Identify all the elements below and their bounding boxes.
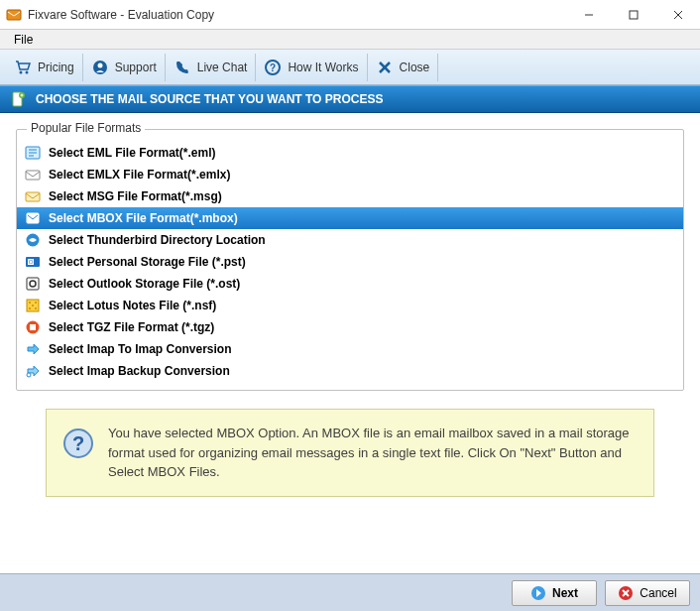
window-buttons <box>566 0 700 30</box>
format-label: Select Personal Storage File (*.pst) <box>49 255 246 269</box>
format-item-imap-backup[interactable]: Select Imap Backup Conversion <box>17 360 683 382</box>
msg-icon <box>25 188 41 204</box>
document-plus-icon <box>10 91 26 107</box>
svg-rect-21 <box>26 171 40 180</box>
banner: CHOOSE THE MAIL SOURCE THAT YOU WANT TO … <box>0 85 700 113</box>
format-item-mbox[interactable]: Select MBOX File Format(*.mbox) <box>17 207 683 229</box>
svg-text:?: ? <box>270 62 276 73</box>
svg-point-34 <box>35 307 37 309</box>
svg-rect-23 <box>27 213 39 223</box>
format-label: Select Imap Backup Conversion <box>49 364 230 378</box>
format-item-emlx[interactable]: Select EMLX File Format(*.emlx) <box>17 164 683 185</box>
imap-icon <box>25 341 41 357</box>
svg-rect-28 <box>27 278 39 290</box>
svg-point-32 <box>35 302 37 304</box>
close-label: Close <box>400 61 430 74</box>
pricing-label: Pricing <box>38 61 74 74</box>
info-question-icon: ? <box>62 428 94 459</box>
app-icon <box>6 7 22 23</box>
format-label: Select MBOX File Format(*.mbox) <box>49 211 238 225</box>
format-label: Select TGZ File Format (*.tgz) <box>49 320 214 334</box>
svg-point-33 <box>29 307 31 309</box>
format-label: Select Outlook Storage File (*.ost) <box>49 277 240 291</box>
pricing-button[interactable]: Pricing <box>6 54 83 81</box>
next-button[interactable]: Next <box>512 580 597 606</box>
format-item-imap[interactable]: Select Imap To Imap Conversion <box>17 338 683 360</box>
format-item-thunderbird[interactable]: Select Thunderbird Directory Location <box>17 229 683 251</box>
menu-file[interactable]: File <box>6 31 41 49</box>
pst-icon: O <box>25 254 41 270</box>
info-text: You have selected MBOX Option. An MBOX f… <box>108 424 638 482</box>
phone-icon <box>174 59 191 76</box>
toolbar: Pricing Support Live Chat ? How It Works… <box>0 50 700 85</box>
close-button[interactable]: Close <box>368 54 439 81</box>
support-button[interactable]: Support <box>83 54 166 81</box>
window-title: Fixvare Software - Evaluation Copy <box>28 8 214 22</box>
svg-text:?: ? <box>72 432 84 454</box>
support-label: Support <box>115 61 157 74</box>
format-item-nsf[interactable]: Select Lotus Notes File (*.nsf) <box>17 295 683 316</box>
eml-icon <box>25 145 41 161</box>
howitworks-button[interactable]: ? How It Works <box>256 54 367 81</box>
svg-rect-22 <box>26 192 40 201</box>
livechat-label: Live Chat <box>197 61 248 74</box>
cancel-x-icon <box>618 585 634 601</box>
svg-point-8 <box>97 62 102 67</box>
banner-text: CHOOSE THE MAIL SOURCE THAT YOU WANT TO … <box>36 92 383 106</box>
close-window-button[interactable] <box>655 0 700 30</box>
format-label: Select Lotus Notes File (*.nsf) <box>49 299 216 312</box>
content-area: Popular File Formats Select EML File For… <box>0 113 700 509</box>
svg-rect-37 <box>30 324 36 330</box>
titlebar: Fixvare Software - Evaluation Copy <box>0 0 700 30</box>
group-legend: Popular File Formats <box>27 121 145 135</box>
cancel-button[interactable]: Cancel <box>605 580 690 606</box>
livechat-button[interactable]: Live Chat <box>166 54 257 81</box>
question-icon: ? <box>264 59 282 76</box>
info-panel: ? You have selected MBOX Option. An MBOX… <box>46 409 654 497</box>
format-label: Select EML File Format(*.eml) <box>49 146 216 160</box>
next-label: Next <box>552 586 578 600</box>
format-item-eml[interactable]: Select EML File Format(*.eml) <box>17 142 683 164</box>
format-item-ost[interactable]: Select Outlook Storage File (*.ost) <box>17 273 683 295</box>
imap-backup-icon <box>25 363 41 379</box>
menubar: File <box>0 30 700 50</box>
format-item-pst[interactable]: O Select Personal Storage File (*.pst) <box>17 251 683 273</box>
cancel-label: Cancel <box>640 586 676 600</box>
svg-text:O: O <box>29 259 34 265</box>
maximize-button[interactable] <box>611 0 655 30</box>
mbox-icon <box>25 210 41 226</box>
tgz-icon <box>25 319 41 335</box>
svg-point-6 <box>26 70 29 73</box>
format-item-tgz[interactable]: Select TGZ File Format (*.tgz) <box>17 316 683 338</box>
format-label: Select EMLX File Format(*.emlx) <box>49 168 230 182</box>
format-label: Select Imap To Imap Conversion <box>49 342 232 356</box>
svg-rect-0 <box>7 10 21 20</box>
format-label: Select MSG File Format(*.msg) <box>49 189 222 203</box>
minimize-button[interactable] <box>566 0 611 30</box>
thunderbird-icon <box>25 232 41 248</box>
close-icon <box>376 59 394 76</box>
svg-point-38 <box>27 373 31 377</box>
svg-point-31 <box>29 302 31 304</box>
formats-groupbox: Popular File Formats Select EML File For… <box>16 129 684 391</box>
support-icon <box>91 59 109 76</box>
format-item-msg[interactable]: Select MSG File Format(*.msg) <box>17 185 683 207</box>
svg-point-35 <box>32 305 34 306</box>
svg-point-5 <box>20 70 23 73</box>
ost-icon <box>25 276 41 292</box>
cart-icon <box>14 59 32 76</box>
howitworks-label: How It Works <box>288 61 358 74</box>
nsf-icon <box>25 298 41 313</box>
svg-rect-2 <box>630 11 638 19</box>
emlx-icon <box>25 167 41 183</box>
next-arrow-icon <box>530 585 546 601</box>
footer: Next Cancel <box>0 573 700 611</box>
format-label: Select Thunderbird Directory Location <box>49 233 266 247</box>
